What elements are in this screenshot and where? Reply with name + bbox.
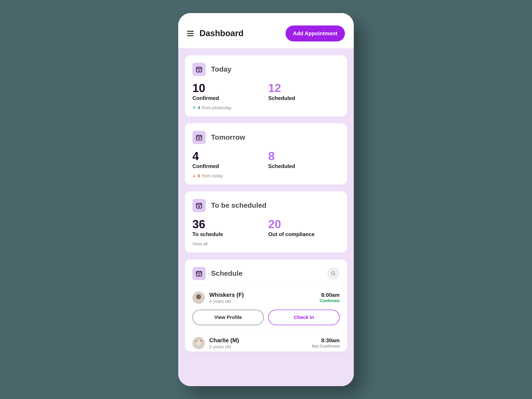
appointment-status: Confirmed [320,298,340,303]
pet-name: Whiskers (F) [209,291,315,298]
appointment-time: 8:30am [312,337,340,344]
view-profile-button[interactable]: View Profile [192,310,264,325]
arrow-up-icon [192,106,196,109]
appointment-time: 8:00am [320,292,340,298]
card-today[interactable]: 12 Today 10 Confirmed 12 Scheduled 4 fro… [185,55,347,117]
card-title: Tomorrow [211,133,245,141]
svg-text:12: 12 [198,69,200,72]
svg-point-20 [331,272,334,274]
svg-line-21 [334,274,335,275]
out-of-compliance-stat: 20 Out of compliance [268,218,340,237]
stat-number: 4 [192,150,264,162]
check-in-button[interactable]: Check in [268,310,340,325]
avatar [192,291,205,304]
stat-label: Confirmed [192,163,264,169]
avatar [192,337,205,349]
calendar-plus-icon [192,199,206,212]
stat-number: 10 [192,82,264,94]
top-bar: Dashboard Add Appointment [178,13,354,49]
stat-label: Out of compliance [268,231,340,237]
pet-name: Charlie (M) [209,337,307,344]
stat-number: 8 [268,150,340,162]
calendar-check-icon [192,131,206,144]
stat-label: Scheduled [268,163,340,169]
svg-rect-5 [196,135,202,140]
svg-text:12: 12 [198,273,200,276]
stat-number: 36 [192,218,264,230]
appointment-item[interactable]: Charlie (M) 2 years old 8:30am Not Confi… [192,331,340,352]
today-scheduled-stat: 12 Scheduled [268,82,340,101]
today-confirmed-stat: 10 Confirmed [192,82,264,101]
content-scroll[interactable]: 12 Today 10 Confirmed 12 Scheduled 4 fro… [178,49,354,386]
arrow-down-icon [192,174,196,177]
stat-label: Scheduled [268,95,340,101]
phone-frame: Dashboard Add Appointment 12 Today 10 Co… [178,13,354,386]
delta-up: 4 from yesterday [192,105,340,110]
search-button[interactable] [327,267,340,280]
card-tomorrow[interactable]: Tomorrow 4 Confirmed 8 Scheduled 6 from … [185,123,347,185]
tomorrow-scheduled-stat: 8 Scheduled [268,150,340,169]
calendar-date-icon: 12 [192,63,206,76]
delta-text: from yesterday [202,105,231,110]
to-schedule-stat: 36 To schedule [192,218,264,237]
stat-number: 20 [268,218,340,230]
tomorrow-confirmed-stat: 4 Confirmed [192,150,264,169]
card-to-be-scheduled[interactable]: To be scheduled 36 To schedule 20 Out of… [185,191,347,253]
delta-number: 6 [198,173,200,178]
stat-number: 12 [268,82,340,94]
stat-label: Confirmed [192,95,264,101]
card-schedule: 12 Schedule Whiskers (F) 4 years old 8:0… [185,259,347,352]
appointment-item[interactable]: Whiskers (F) 4 years old 8:00am Confirme… [192,286,340,331]
delta-number: 4 [198,105,200,110]
pet-age: 4 years old [209,299,315,304]
search-icon [330,271,336,276]
calendar-date-icon: 12 [192,267,206,280]
add-appointment-button[interactable]: Add Appointment [285,25,345,41]
menu-icon[interactable] [187,30,195,38]
delta-text: from today [202,173,223,178]
view-all-link[interactable]: View all [192,241,340,247]
card-title: Schedule [211,269,242,278]
appointment-status: Not Confirmed [312,344,340,349]
page-title: Dashboard [200,29,243,38]
pet-age: 2 years old [209,344,307,349]
delta-down: 6 from today [192,173,340,178]
card-title: Today [211,65,231,73]
card-title: To be scheduled [211,201,266,209]
stat-label: To schedule [192,231,264,237]
